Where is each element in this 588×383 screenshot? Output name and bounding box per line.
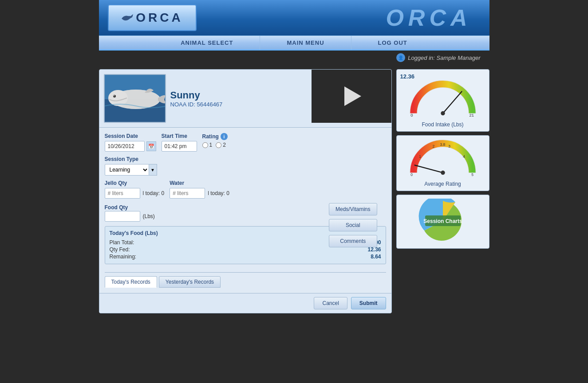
animal-id: NOAA ID: 56446467: [170, 101, 223, 108]
meds-vitamins-button[interactable]: Meds/Vitamins: [329, 203, 377, 215]
info-icon[interactable]: i: [221, 133, 228, 140]
jello-group: Jello Qty l today: 0: [105, 180, 165, 199]
food-intake-label: Food Intake (Lbs): [422, 121, 463, 128]
food-intake-widget: 12.36: [396, 69, 489, 132]
remaining-label: Remaining:: [110, 254, 137, 260]
animal-photo: [104, 74, 166, 123]
qty-fed-value: 12.36: [367, 246, 381, 253]
svg-text:5: 5: [471, 172, 474, 177]
jello-label: Jello Qty: [105, 180, 165, 186]
start-time-input[interactable]: [162, 141, 197, 152]
water-input-row: l today: 0: [170, 188, 229, 199]
session-form: Session Date 📅 Start Time Rating i: [99, 128, 391, 293]
video-overlay[interactable]: [312, 70, 391, 123]
rating-label: Rating: [202, 133, 219, 140]
brand-name: ORCA: [386, 4, 471, 31]
start-time-group: Start Time: [162, 133, 197, 152]
tab-yesterdays-records[interactable]: Yesterday's Records: [159, 276, 221, 288]
food-unit-label: (Lbs): [143, 213, 155, 219]
svg-text:4: 4: [463, 154, 465, 159]
avg-rating-gauge: 0 1 2 3 4 5 3.8: [405, 139, 481, 179]
food-qty-input[interactable]: [105, 211, 140, 222]
water-input[interactable]: [170, 188, 205, 199]
right-panel: 12.36: [396, 69, 489, 313]
plan-total-label: Plan Total:: [110, 239, 134, 246]
rating-radio-1[interactable]: [202, 142, 208, 148]
svg-point-4: [108, 90, 128, 106]
record-tabs: Today's Records Yesterday's Records: [105, 272, 386, 288]
social-button[interactable]: Social: [329, 219, 377, 231]
rating-radio-2[interactable]: [216, 142, 221, 148]
svg-point-8: [441, 111, 445, 115]
jello-input-row: l today: 0: [105, 188, 165, 199]
left-panel: Sunny NOAA ID: 56446467: [99, 69, 392, 313]
session-charts-pie: Session Charts: [416, 199, 470, 243]
session-charts-widget[interactable]: Session Charts: [396, 195, 489, 249]
avg-rating-label: Average Rating: [424, 181, 461, 187]
select-arrow-icon[interactable]: ▼: [149, 164, 157, 176]
login-bar: 👤 Logged in: Sample Manager: [99, 51, 489, 65]
submit-button[interactable]: Submit: [351, 297, 386, 309]
form-row-1: Session Date 📅 Start Time Rating i: [105, 133, 386, 152]
svg-line-7: [443, 91, 462, 113]
tab-todays-records[interactable]: Today's Records: [105, 276, 157, 288]
svg-text:3: 3: [448, 144, 450, 149]
avg-rating-gauge-svg: 0 1 2 3 4 5 3.8: [405, 139, 481, 177]
animal-photo-svg: [105, 75, 166, 123]
session-date-group: Session Date 📅: [105, 133, 156, 152]
svg-text:1: 1: [419, 154, 421, 159]
svg-point-6: [114, 95, 114, 96]
session-date-input[interactable]: [105, 141, 145, 152]
nav-bar: ANIMAL SELECT MAIN MENU LOG OUT: [99, 35, 489, 50]
rating-option-1[interactable]: 1: [202, 142, 213, 148]
session-date-label: Session Date: [105, 133, 156, 139]
calendar-icon[interactable]: 📅: [146, 141, 156, 151]
rating-label-row: Rating i: [202, 133, 228, 140]
session-charts-svg: Session Charts: [416, 199, 470, 243]
avg-rating-widget: 0 1 2 3 4 5 3.8 Average Rating: [396, 135, 489, 191]
cancel-button[interactable]: Cancel: [314, 297, 347, 309]
svg-text:2: 2: [432, 144, 434, 149]
svg-point-19: [441, 171, 445, 175]
play-button[interactable]: [340, 85, 363, 107]
water-label: Water: [170, 180, 229, 186]
action-buttons: Meds/Vitamins Social Comments: [329, 203, 377, 247]
date-input-wrap: 📅: [105, 141, 156, 152]
nav-main-menu[interactable]: MAIN MENU: [260, 36, 351, 50]
main-content: Sunny NOAA ID: 56446467: [99, 65, 489, 318]
play-icon: [344, 86, 361, 106]
food-qty-label: Food Qty: [105, 204, 128, 211]
remaining-row: Remaining: 8.64: [110, 253, 381, 260]
animal-info: Sunny NOAA ID: 56446467: [99, 70, 391, 128]
logo-dolphin-icon: [121, 13, 134, 22]
header: ORCA ORCA ANIMAL SELECT MAIN MENU LOG OU…: [99, 0, 489, 51]
svg-text:3.8: 3.8: [440, 142, 445, 147]
bottom-form-row: Food Qty (Lbs) Today's Food (Lbs) Plan T…: [105, 203, 386, 269]
submit-row: Cancel Submit: [99, 293, 391, 313]
svg-text:0: 0: [410, 113, 413, 117]
svg-text:0: 0: [410, 172, 413, 177]
water-group: Water l today: 0: [170, 180, 229, 199]
svg-line-18: [414, 165, 442, 173]
svg-point-5: [113, 95, 116, 98]
rating-group: Rating i 1 2: [202, 133, 228, 148]
header-brand: ORCA: [197, 4, 481, 31]
nav-log-out[interactable]: LOG OUT: [351, 36, 434, 50]
jello-today: l today: 0: [143, 190, 165, 196]
session-type-label: Session Type: [105, 156, 157, 162]
food-intake-value: 12.36: [400, 73, 415, 80]
comments-button[interactable]: Comments: [329, 235, 377, 247]
user-icon: 👤: [396, 53, 405, 62]
svg-text:Session Charts: Session Charts: [423, 218, 462, 224]
session-type-select[interactable]: Learning Maintenance Social: [105, 164, 149, 176]
rating-radio-row: 1 2: [202, 142, 228, 148]
nav-animal-select[interactable]: ANIMAL SELECT: [154, 36, 260, 50]
qty-row: Jello Qty l today: 0 Water l today: 0: [105, 180, 386, 199]
session-type-select-wrap: Learning Maintenance Social ▼: [105, 164, 157, 176]
login-status: Logged in: Sample Manager: [408, 55, 480, 61]
jello-input[interactable]: [105, 188, 140, 199]
rating-option-2[interactable]: 2: [216, 142, 226, 148]
water-today: l today: 0: [208, 190, 229, 196]
food-intake-gauge-svg: 0 21: [405, 80, 481, 117]
logo-text: ORCA: [136, 11, 183, 25]
